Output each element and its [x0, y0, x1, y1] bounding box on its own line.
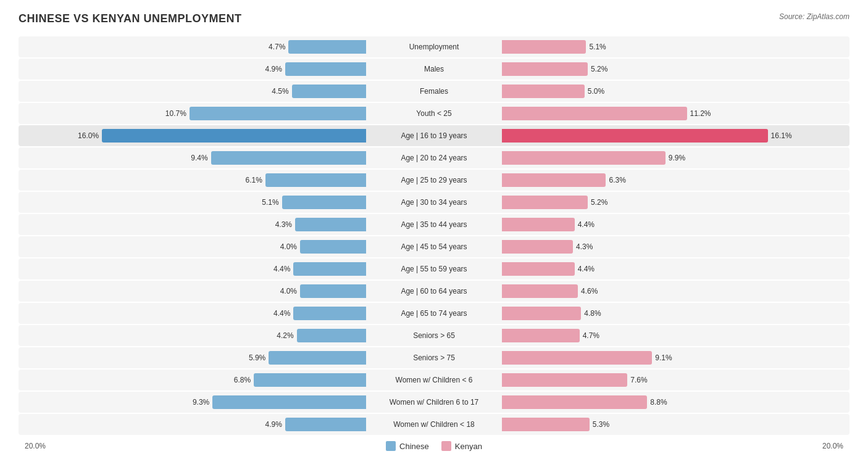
row-inner: 4.4% Age | 55 to 59 years 4.4%	[19, 258, 849, 279]
kenyan-value: 5.0%	[588, 87, 611, 96]
row-inner: 16.0% Age | 16 to 19 years 16.1%	[19, 125, 849, 146]
axis-left-label: 20.0%	[25, 442, 46, 450]
legend-kenyan-icon	[441, 441, 451, 451]
bar-row: 10.7% Youth < 25 11.2%	[19, 103, 849, 124]
left-section: 4.0%	[19, 281, 366, 302]
right-section: 5.2%	[502, 59, 849, 80]
chinese-value: 4.9%	[259, 420, 282, 429]
row-inner: 4.5% Females 5.0%	[19, 81, 849, 102]
chinese-value: 4.7%	[262, 43, 285, 51]
kenyan-value: 4.6%	[581, 287, 604, 295]
bar-chinese	[190, 107, 366, 120]
chinese-value: 4.2%	[270, 331, 294, 340]
row-label: Age | 20 to 24 years	[366, 154, 502, 162]
right-section: 4.3%	[502, 236, 849, 257]
left-section: 4.7%	[19, 36, 366, 57]
bar-chinese	[269, 351, 366, 365]
row-label: Women w/ Children 6 to 17	[366, 398, 502, 407]
chinese-value: 6.1%	[239, 176, 262, 184]
right-section: 5.2%	[502, 192, 849, 213]
chinese-value: 9.3%	[186, 398, 209, 407]
left-section: 9.3%	[19, 392, 366, 413]
right-section: 4.8%	[502, 303, 849, 324]
row-label: Age | 55 to 59 years	[366, 265, 502, 273]
row-label: Age | 35 to 44 years	[366, 220, 502, 229]
row-inner: 4.7% Unemployment 5.1%	[19, 36, 849, 57]
right-section: 7.6%	[502, 370, 849, 391]
bar-kenyan	[502, 62, 588, 76]
bar-kenyan	[502, 218, 575, 231]
bars-area: 4.7% Unemployment 5.1% 4.9% Males	[19, 36, 849, 435]
row-label: Women w/ Children < 18	[366, 420, 502, 429]
bar-kenyan	[502, 351, 652, 365]
row-inner: 9.4% Age | 20 to 24 years 9.9%	[19, 147, 849, 168]
left-section: 5.9%	[19, 347, 366, 368]
chinese-value: 10.7%	[163, 109, 186, 118]
bar-kenyan	[502, 284, 578, 298]
bar-row: 4.5% Females 5.0%	[19, 81, 849, 102]
right-section: 4.4%	[502, 214, 849, 235]
left-section: 4.9%	[19, 414, 366, 435]
row-label: Males	[366, 65, 502, 73]
bar-kenyan	[502, 329, 580, 342]
right-section: 6.3%	[502, 170, 849, 191]
bar-kenyan	[502, 40, 586, 54]
bar-row: 4.4% Age | 55 to 59 years 4.4%	[19, 258, 849, 279]
left-section: 4.9%	[19, 59, 366, 80]
bar-chinese	[285, 62, 366, 76]
bar-chinese	[300, 240, 366, 254]
row-label: Age | 45 to 54 years	[366, 242, 502, 251]
bar-chinese	[254, 373, 366, 387]
bar-row: 5.1% Age | 30 to 34 years 5.2%	[19, 192, 849, 213]
row-inner: 5.9% Seniors > 75 9.1%	[19, 347, 849, 368]
bar-row: 9.4% Age | 20 to 24 years 9.9%	[19, 147, 849, 168]
kenyan-value: 4.7%	[583, 331, 606, 340]
bar-chinese	[297, 329, 366, 342]
bar-chinese	[102, 129, 366, 143]
bar-chinese	[265, 173, 366, 187]
left-section: 4.2%	[19, 325, 366, 346]
legend-chinese-icon	[386, 441, 396, 451]
right-section: 4.4%	[502, 258, 849, 279]
kenyan-value: 6.3%	[609, 176, 632, 184]
kenyan-value: 4.4%	[578, 220, 601, 229]
chinese-value: 6.8%	[227, 376, 251, 384]
chinese-value: 4.9%	[259, 65, 282, 73]
row-inner: 10.7% Youth < 25 11.2%	[19, 103, 849, 124]
bar-chinese	[285, 418, 366, 431]
left-section: 16.0%	[19, 125, 366, 146]
bar-kenyan	[502, 307, 581, 320]
kenyan-value: 7.6%	[630, 376, 654, 384]
legend: Chinese Kenyan	[386, 441, 482, 451]
bar-row: 4.7% Unemployment 5.1%	[19, 36, 849, 57]
row-label: Age | 30 to 34 years	[366, 198, 502, 207]
bar-chinese	[282, 196, 366, 209]
kenyan-value: 4.8%	[584, 309, 607, 318]
row-label: Seniors > 75	[366, 353, 502, 362]
bar-row: 6.8% Women w/ Children < 6 7.6%	[19, 370, 849, 391]
right-section: 8.8%	[502, 392, 849, 413]
chinese-value: 16.0%	[75, 131, 99, 140]
row-label: Unemployment	[366, 43, 502, 51]
kenyan-value: 4.3%	[576, 242, 599, 251]
row-inner: 4.4% Age | 65 to 74 years 4.8%	[19, 303, 849, 324]
chinese-value: 5.9%	[242, 353, 265, 362]
right-section: 4.7%	[502, 325, 849, 346]
kenyan-value: 5.1%	[589, 43, 612, 51]
bar-kenyan	[502, 373, 627, 387]
bar-row: 4.3% Age | 35 to 44 years 4.4%	[19, 214, 849, 235]
row-inner: 6.8% Women w/ Children < 6 7.6%	[19, 370, 849, 391]
legend-chinese-label: Chinese	[399, 442, 429, 451]
bar-row: 4.2% Seniors > 65 4.7%	[19, 325, 849, 346]
row-inner: 5.1% Age | 30 to 34 years 5.2%	[19, 192, 849, 213]
left-section: 5.1%	[19, 192, 366, 213]
row-inner: 4.9% Males 5.2%	[19, 59, 849, 80]
bar-row: 16.0% Age | 16 to 19 years 16.1%	[19, 125, 849, 146]
left-section: 4.5%	[19, 81, 366, 102]
kenyan-value: 16.1%	[771, 131, 795, 140]
axis-right-label: 20.0%	[822, 442, 843, 450]
chart-container: CHINESE VS KENYAN UNEMPLOYMENT Source: Z…	[19, 12, 849, 451]
chinese-value: 4.5%	[265, 87, 289, 96]
kenyan-value: 9.1%	[655, 353, 678, 362]
right-section: 4.6%	[502, 281, 849, 302]
